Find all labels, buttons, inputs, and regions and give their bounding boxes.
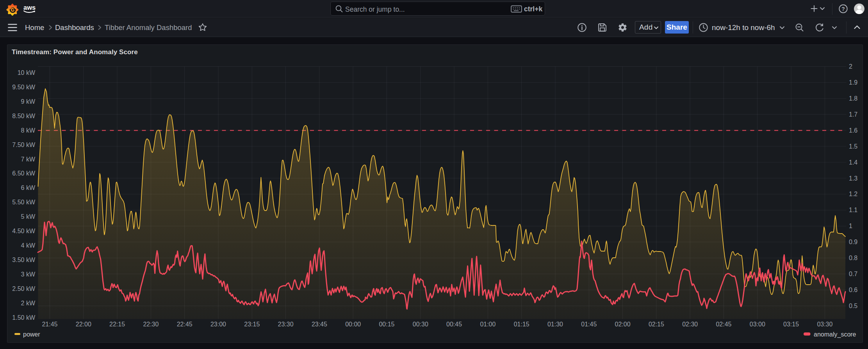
svg-text:1.9: 1.9 [849, 79, 857, 86]
svg-text:03:15: 03:15 [783, 321, 799, 328]
svg-text:22:30: 22:30 [143, 321, 159, 328]
svg-text:1.3: 1.3 [849, 175, 857, 182]
svg-text:8.50 kW: 8.50 kW [12, 113, 36, 119]
svg-text:0.6: 0.6 [849, 287, 857, 293]
svg-text:22:00: 22:00 [76, 321, 91, 328]
svg-text:1.2: 1.2 [849, 191, 857, 197]
svg-text:02:15: 02:15 [649, 321, 664, 328]
svg-text:power: power [23, 331, 40, 338]
svg-text:3.50 kW: 3.50 kW [12, 257, 36, 263]
svg-text:4 kW: 4 kW [21, 242, 36, 249]
svg-text:02:45: 02:45 [716, 321, 731, 328]
svg-text:0.5: 0.5 [849, 303, 857, 309]
svg-text:00:00: 00:00 [345, 321, 361, 328]
svg-text:23:00: 23:00 [210, 321, 226, 328]
svg-text:02:30: 02:30 [682, 321, 698, 328]
svg-text:1.4: 1.4 [849, 159, 857, 166]
svg-text:1: 1 [849, 223, 852, 229]
svg-text:6.50 kW: 6.50 kW [12, 170, 36, 177]
svg-text:2: 2 [849, 63, 852, 70]
svg-text:5.50 kW: 5.50 kW [12, 199, 36, 206]
svg-text:0.7: 0.7 [849, 271, 857, 277]
svg-text:2.50 kW: 2.50 kW [12, 285, 36, 292]
svg-text:4.50 kW: 4.50 kW [12, 228, 36, 234]
svg-text:23:15: 23:15 [244, 321, 260, 328]
svg-text:7.50 kW: 7.50 kW [12, 142, 36, 148]
svg-text:1.8: 1.8 [849, 95, 857, 102]
svg-text:03:00: 03:00 [750, 321, 765, 328]
svg-text:10 kW: 10 kW [18, 69, 36, 76]
svg-text:00:30: 00:30 [413, 321, 428, 328]
svg-text:0.9: 0.9 [849, 239, 857, 245]
svg-text:1.6: 1.6 [849, 127, 857, 134]
svg-text:22:15: 22:15 [109, 321, 125, 328]
svg-text:01:45: 01:45 [581, 321, 597, 328]
svg-text:2 kW: 2 kW [21, 300, 36, 306]
svg-text:03:30: 03:30 [817, 321, 832, 328]
svg-text:1.7: 1.7 [849, 111, 857, 118]
svg-text:01:15: 01:15 [514, 321, 529, 328]
svg-text:3 kW: 3 kW [21, 271, 36, 278]
svg-text:1.50 kW: 1.50 kW [12, 314, 36, 321]
svg-text:00:15: 00:15 [379, 321, 394, 328]
svg-text:22:45: 22:45 [177, 321, 192, 328]
svg-text:1.1: 1.1 [849, 207, 857, 213]
svg-text:02:00: 02:00 [615, 321, 631, 328]
svg-text:5 kW: 5 kW [21, 213, 36, 220]
svg-text:anomaly_score: anomaly_score [814, 331, 856, 338]
svg-text:1.5: 1.5 [849, 143, 857, 150]
svg-text:9.50 kW: 9.50 kW [12, 84, 36, 90]
svg-text:23:45: 23:45 [312, 321, 327, 328]
svg-text:7 kW: 7 kW [21, 156, 36, 163]
svg-text:9 kW: 9 kW [21, 98, 36, 105]
svg-text:6 kW: 6 kW [21, 184, 36, 191]
svg-text:00:45: 00:45 [446, 321, 462, 328]
svg-text:21:45: 21:45 [42, 321, 57, 328]
svg-text:8 kW: 8 kW [21, 127, 36, 134]
svg-text:0.8: 0.8 [849, 255, 857, 261]
svg-text:01:00: 01:00 [480, 321, 495, 328]
svg-text:23:30: 23:30 [278, 321, 294, 328]
svg-text:01:30: 01:30 [547, 321, 563, 328]
